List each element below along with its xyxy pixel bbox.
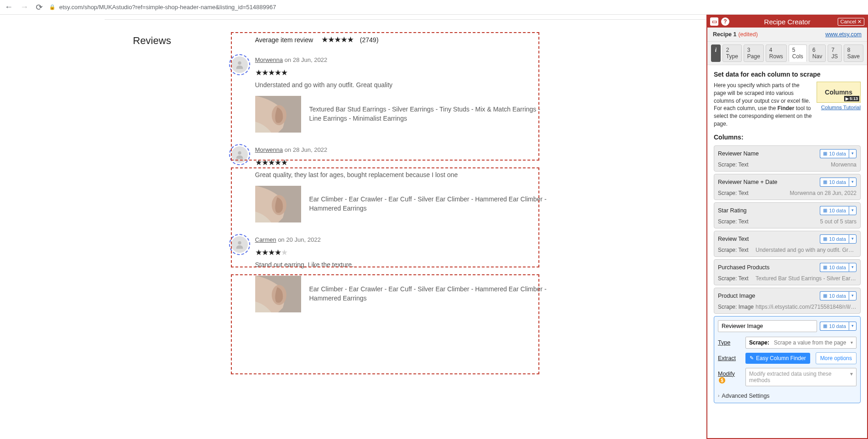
recipe-creator-panel: ▭ ? Recipe Creator Cancel✕ Recipe 1 (edi… (706, 15, 868, 439)
product-title: Ear Climber - Ear Crawler - Ear Cuff - S… (309, 285, 548, 303)
source-link[interactable]: www.etsy.com (825, 31, 862, 38)
edited-badge: (edited) (738, 31, 757, 38)
review-date: on 28 Jun, 2022 (285, 56, 327, 63)
type-label: Type (718, 339, 741, 346)
column-name: Review Text (718, 236, 749, 242)
product-thumbnail[interactable] (255, 276, 301, 312)
reviewer-name-link[interactable]: Morwenna (255, 56, 283, 63)
badge-dropdown[interactable]: ▾ (849, 178, 857, 187)
advanced-settings-toggle[interactable]: › Advanced Settings (718, 390, 857, 399)
review-text: Great quality, they last for ages, bough… (255, 171, 574, 178)
reviewer-name-date: Morwenna on 28 Jun, 2022 (255, 56, 574, 63)
tab-5-cols[interactable]: 5 Cols (789, 44, 807, 62)
column-name-input[interactable] (718, 320, 817, 332)
svg-point-3 (238, 151, 241, 155)
data-count-badge[interactable]: ▦10 data (820, 263, 849, 272)
body-heading: Set data for each column to scrape (714, 71, 861, 78)
product-thumbnail[interactable] (255, 96, 301, 133)
review-stars: ★★★★★ (255, 248, 574, 257)
data-count-badge[interactable]: ▦10 data (820, 322, 849, 331)
reviews-heading: Reviews (133, 35, 239, 47)
cancel-button[interactable]: Cancel✕ (838, 18, 864, 26)
extract-label: Extract (718, 355, 741, 361)
column-name: Reviewer Name (718, 150, 759, 157)
badge-dropdown[interactable]: ▾ (849, 322, 857, 331)
svg-point-0 (238, 61, 241, 65)
purchased-product[interactable]: Ear Climber - Ear Crawler - Ear Cuff - S… (255, 276, 574, 312)
reviewer-name-date: Morwenna on 28 Jun, 2022 (255, 146, 574, 153)
chevron-down-icon: ▾ (850, 371, 853, 383)
column-entry[interactable]: Star Rating▦10 data▾Scrape: Text5 out of… (714, 202, 861, 228)
column-name: Product Image (718, 293, 755, 299)
columns-heading: Columns: (714, 133, 861, 141)
review-date: on 28 Jun, 2022 (285, 146, 327, 153)
browser-chrome: ← → ⟳ 🔒 etsy.com/shop/MUKAstudio?ref=sim… (0, 0, 868, 15)
scrape-sample: Morwenna on 28 Jun, 2022 (790, 190, 857, 196)
modify-select[interactable]: Modify extracted data using these method… (745, 368, 857, 386)
back-icon[interactable]: ← (5, 2, 13, 12)
purchased-product[interactable]: Textured Bar Stud Earrings - Silver Earr… (255, 96, 574, 133)
pencil-icon: ✎ (750, 355, 754, 361)
columns-video[interactable]: Columns ▶ 5:13 (817, 82, 861, 103)
more-options-button[interactable]: More options (816, 352, 857, 364)
forward-icon[interactable]: → (20, 2, 28, 12)
close-icon: ✕ (857, 19, 862, 25)
tab-7-js[interactable]: 7 JS (828, 44, 841, 62)
reviewer-avatar[interactable] (231, 146, 248, 163)
scrape-type: Scrape: Text (718, 161, 748, 168)
easy-column-finder-button[interactable]: ✎ Easy Column Finder (745, 353, 810, 364)
clipboard-icon[interactable]: ▭ (710, 17, 718, 26)
help-icon[interactable]: ? (721, 17, 729, 26)
tab-2-type[interactable]: 2 Type (722, 44, 742, 62)
column-entry[interactable]: Reviewer Name▦10 data▾Scrape: TextMorwen… (714, 145, 861, 172)
review-text: Stand out earring. Like the texture. (255, 261, 574, 268)
data-count-badge[interactable]: ▦10 data (820, 149, 849, 158)
badge-dropdown[interactable]: ▾ (849, 291, 857, 300)
grid-icon: ▦ (823, 293, 827, 298)
tab-info[interactable]: i (711, 44, 721, 62)
badge-dropdown[interactable]: ▾ (849, 206, 857, 215)
column-entry[interactable]: Reviewer Name + Date▦10 data▾Scrape: Tex… (714, 174, 861, 200)
review-stars: ★★★★★ (255, 158, 574, 167)
data-count-badge[interactable]: ▦10 data (820, 206, 849, 215)
column-entry[interactable]: Review Text▦10 data▾Scrape: TextUndersta… (714, 231, 861, 257)
column-entry[interactable]: Purchased Products▦10 data▾Scrape: TextT… (714, 259, 861, 285)
reviewer-name-link[interactable]: Morwenna (255, 146, 283, 153)
tab-8-save[interactable]: 8 Save (844, 44, 863, 62)
scrape-type: Scrape: Text (718, 275, 748, 282)
data-count-badge[interactable]: ▦10 data (820, 178, 849, 187)
badge-dropdown[interactable]: ▾ (849, 263, 857, 272)
tutorial-link[interactable]: Columns Tutorial (817, 105, 861, 110)
scrape-sample: https://i.etsystatic.com/2715581848/r/il… (756, 304, 857, 310)
modify-badge-icon: $ (719, 377, 725, 383)
scrape-sample: 5 out of 5 stars (820, 218, 857, 225)
url-text[interactable]: etsy.com/shop/MUKAstudio?ref=simple-shop… (59, 4, 276, 11)
review-block: Morwenna on 28 Jun, 2022★★★★★Understated… (255, 56, 574, 133)
product-thumb-image (255, 96, 301, 133)
reload-icon[interactable]: ⟳ (36, 2, 43, 12)
data-count-badge[interactable]: ▦10 data (820, 291, 849, 300)
tab-3-page[interactable]: 3 Page (744, 44, 764, 62)
type-select[interactable]: Scrape: Scrape a value from the page ▾ (745, 337, 857, 349)
average-review-row: Average item review ★★★★★ (2749) (255, 35, 574, 44)
data-count-badge[interactable]: ▦10 data (820, 234, 849, 244)
avg-count: (2749) (360, 36, 378, 44)
column-name: Reviewer Name + Date (718, 179, 778, 185)
avg-label: Average item review (255, 36, 314, 44)
scrape-type: Scrape: Text (718, 218, 748, 225)
tab-4-rows[interactable]: 4 Rows (766, 44, 787, 62)
grid-icon: ▦ (823, 323, 827, 328)
divider (105, 19, 706, 20)
badge-dropdown[interactable]: ▾ (849, 234, 857, 244)
column-entry[interactable]: Product Image▦10 data▾Scrape: Imagehttps… (714, 288, 861, 314)
reviewer-avatar[interactable] (231, 56, 248, 73)
badge-dropdown[interactable]: ▾ (849, 149, 857, 158)
reviewer-name-link[interactable]: Carmen (255, 236, 276, 243)
scrape-sample: Morwenna (831, 161, 857, 168)
tab-6-nav[interactable]: 6 Nav (809, 44, 826, 62)
review-text: Understated and go with any outfit. Grea… (255, 81, 574, 89)
grid-icon: ▦ (823, 179, 827, 184)
reviewer-avatar[interactable] (231, 236, 248, 253)
product-thumbnail[interactable] (255, 186, 301, 222)
purchased-product[interactable]: Ear Climber - Ear Crawler - Ear Cuff - S… (255, 186, 574, 222)
